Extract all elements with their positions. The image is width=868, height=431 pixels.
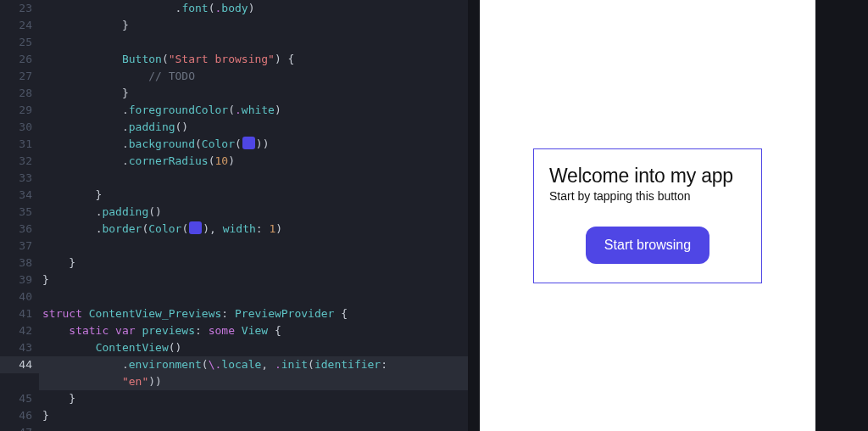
code-line[interactable]: } — [39, 407, 468, 424]
line-number: 25 — [0, 34, 39, 51]
code-line[interactable]: Button("Start browsing") { — [39, 51, 468, 68]
line-number: 32 — [0, 153, 39, 170]
code-line[interactable] — [39, 238, 468, 255]
code-line[interactable]: .padding() — [39, 204, 468, 221]
line-number: 29 — [0, 102, 39, 119]
card-title: Welcome into my app — [549, 165, 746, 188]
code-line[interactable]: ContentView() — [39, 339, 468, 356]
code-line[interactable] — [39, 288, 468, 305]
code-line[interactable]: } — [39, 390, 468, 407]
preview-card: Welcome into my app Start by tapping thi… — [533, 148, 762, 283]
code-text-area[interactable]: .font(.body) } Button("Start browsing") … — [39, 0, 468, 431]
line-number: 43 — [0, 339, 39, 356]
line-number: 47 — [0, 424, 39, 431]
preview-canvas: Welcome into my app Start by tapping thi… — [480, 0, 868, 431]
line-number: 30 — [0, 119, 39, 136]
pane-divider[interactable] — [468, 0, 480, 431]
line-number-gutter: 2324252627282930313233343536373839404142… — [0, 0, 39, 431]
code-line[interactable]: .padding() — [39, 119, 468, 136]
code-line[interactable]: } — [39, 85, 468, 102]
code-line[interactable]: .cornerRadius(10) — [39, 153, 468, 170]
line-number: 45 — [0, 390, 39, 407]
line-number: 31 — [0, 136, 39, 153]
code-line[interactable]: } — [39, 271, 468, 288]
line-number: 24 — [0, 17, 39, 34]
line-number: 40 — [0, 288, 39, 305]
line-number: 38 — [0, 255, 39, 271]
code-line[interactable]: "en")) — [39, 373, 468, 390]
line-number: 35 — [0, 204, 39, 221]
line-number: 33 — [0, 170, 39, 187]
start-browsing-button[interactable]: Start browsing — [586, 227, 709, 264]
line-number: 28 — [0, 85, 39, 102]
code-line[interactable]: static var previews: some View { — [39, 322, 468, 339]
line-number: 27 — [0, 68, 39, 85]
line-number: 23 — [0, 0, 39, 17]
code-line[interactable] — [39, 424, 468, 431]
line-number: 44 — [0, 356, 39, 373]
code-editor[interactable]: 2324252627282930313233343536373839404142… — [0, 0, 468, 431]
code-line[interactable] — [39, 170, 468, 187]
code-line[interactable]: // TODO — [39, 68, 468, 85]
code-line[interactable]: } — [39, 187, 468, 204]
code-line[interactable]: .environment(\.locale, .init(identifier: — [39, 356, 468, 373]
preview-right-margin — [815, 0, 868, 431]
code-line[interactable] — [39, 34, 468, 51]
line-number: 39 — [0, 271, 39, 288]
color-swatch-icon[interactable] — [242, 137, 255, 149]
code-line[interactable]: .border(Color(), width: 1) — [39, 221, 468, 238]
code-line[interactable]: struct ContentView_Previews: PreviewProv… — [39, 305, 468, 322]
code-line[interactable]: .foregroundColor(.white) — [39, 102, 468, 119]
line-number: 37 — [0, 238, 39, 255]
line-number: 36 — [0, 221, 39, 238]
line-number: 41 — [0, 305, 39, 322]
line-number: 34 — [0, 187, 39, 204]
code-line[interactable]: .background(Color()) — [39, 136, 468, 153]
line-number: 26 — [0, 51, 39, 68]
line-number: 46 — [0, 407, 39, 424]
line-number: 42 — [0, 322, 39, 339]
line-number — [0, 373, 39, 390]
card-subtitle: Start by tapping this button — [549, 189, 746, 203]
code-line[interactable]: .font(.body) — [39, 0, 468, 17]
device-preview: Welcome into my app Start by tapping thi… — [480, 0, 815, 431]
code-line[interactable]: } — [39, 17, 468, 34]
code-line[interactable]: } — [39, 255, 468, 271]
color-swatch-icon[interactable] — [189, 221, 202, 234]
